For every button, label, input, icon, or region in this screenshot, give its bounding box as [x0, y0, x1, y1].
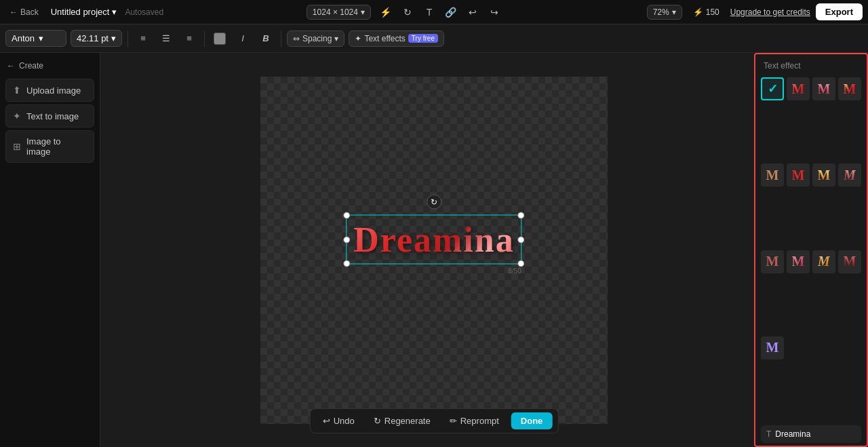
topbar: ← Back Untitled project ▾ Autosaved 1024… — [0, 0, 868, 24]
chevron-down-icon: ▾ — [361, 7, 365, 17]
upload-icon: ⬆ — [13, 85, 21, 96]
effect-item-8[interactable]: M — [761, 250, 784, 273]
canvas-size-selector[interactable]: 1024 × 1024 ▾ — [307, 5, 371, 20]
topbar-right: 72% ▾ ⚡ 150 Upgrade to get credits Expor… — [647, 3, 863, 20]
align-left-button[interactable]: ≡ — [134, 29, 153, 48]
effect-preview-10: M — [818, 254, 830, 269]
spacing-label: Spacing — [302, 34, 332, 43]
undo-button[interactable]: ↩ Undo — [316, 412, 361, 429]
topbar-center: 1024 × 1024 ▾ ⚡ ↻ T 🔗 ↩ ↪ — [169, 3, 642, 22]
spacing-button[interactable]: ⇔ Spacing ▾ — [287, 31, 344, 47]
upgrade-link[interactable]: Upgrade to get credits — [730, 7, 810, 17]
reprompt-button[interactable]: ✏ Reprompt — [443, 412, 506, 429]
font-selector[interactable]: Anton ▾ — [5, 30, 66, 47]
arrow-left-icon: ← — [7, 61, 15, 71]
reprompt-icon: ✏ — [450, 416, 457, 426]
credits-value: 150 — [706, 7, 719, 17]
color-picker-button[interactable] — [210, 29, 229, 48]
text-to-image-label: Text to image — [26, 111, 79, 121]
canvas-text-content[interactable]: Dreamina — [348, 217, 519, 263]
text-to-image-button[interactable]: ✦ Text to image — [5, 104, 94, 128]
image-to-image-icon: ⊞ — [13, 141, 21, 152]
chevron-down-icon: ▾ — [39, 33, 43, 43]
effect-item-6[interactable]: M — [812, 163, 835, 187]
project-name-text: Untitled project — [51, 7, 110, 17]
font-size-selector[interactable]: 42.11 pt ▾ — [71, 30, 122, 47]
effect-name-text: Dreamina — [775, 429, 810, 439]
project-name[interactable]: Untitled project ▾ — [47, 4, 121, 20]
chevron-down-icon: ▾ — [334, 34, 338, 43]
effect-item-3[interactable]: M — [838, 77, 861, 100]
bottom-action-bar: ↩ Undo ↻ Regenerate ✏ Reprompt Done — [310, 408, 559, 433]
rotate-icon: ↻ — [431, 197, 437, 207]
chevron-down-icon: ▾ — [112, 7, 117, 17]
zoom-value: 72% — [653, 7, 669, 17]
effect-item-11[interactable]: M — [838, 250, 861, 273]
chevron-down-icon: ▾ — [111, 33, 116, 43]
char-count: 8/50 — [508, 267, 521, 275]
regenerate-icon: ↻ — [374, 416, 381, 426]
ai-icon: ✦ — [355, 34, 361, 43]
export-button[interactable]: Export — [816, 3, 863, 20]
regenerate-label: Regenerate — [384, 416, 431, 426]
undo-icon: ↩ — [323, 416, 330, 426]
undo-icon[interactable]: ↩ — [463, 3, 482, 22]
refresh-icon[interactable]: ↻ — [398, 3, 417, 22]
checkmark-icon: ✓ — [768, 81, 778, 96]
effect-item-10[interactable]: M — [812, 250, 835, 273]
effect-item-2[interactable]: M — [812, 77, 835, 100]
regenerate-button[interactable]: ↻ Regenerate — [367, 412, 437, 429]
italic-button[interactable]: I — [233, 29, 252, 48]
font-size-value: 42.11 pt — [77, 33, 108, 43]
rotate-handle[interactable]: ↻ — [427, 195, 441, 210]
effect-item-5[interactable]: M — [787, 163, 810, 187]
reprompt-label: Reprompt — [460, 416, 499, 426]
image-to-image-button[interactable]: ⊞ Image to image — [5, 130, 94, 163]
effect-none[interactable]: ✓ — [761, 77, 784, 100]
main-area: ← Create ⬆ Upload image ✦ Text to image … — [0, 53, 868, 447]
back-button[interactable]: ← Back — [5, 5, 43, 20]
left-sidebar: ← Create ⬆ Upload image ✦ Text to image … — [0, 53, 100, 447]
redo-icon[interactable]: ↪ — [485, 3, 504, 22]
effect-item-4[interactable]: M — [761, 163, 784, 187]
text-layer-container[interactable]: ↻ Dreamina 8/50 — [346, 215, 521, 265]
text-icon[interactable]: T — [420, 3, 439, 22]
generate-tool-icon[interactable]: ⚡ — [376, 3, 395, 22]
upload-image-label: Upload image — [26, 85, 81, 96]
selection-box: Dreamina 8/50 — [346, 215, 521, 265]
effect-preview-8: M — [766, 254, 779, 269]
effect-item-9[interactable]: M — [787, 250, 810, 273]
topbar-tools: ⚡ ↻ T 🔗 ↩ ↪ — [376, 3, 504, 22]
effect-item-12[interactable]: M — [761, 336, 784, 359]
canvas-background: ↻ Dreamina 8/50 — [260, 77, 608, 424]
effect-name-row[interactable]: T Dreamina — [761, 425, 861, 443]
image-to-image-label: Image to image — [26, 136, 87, 157]
upload-image-button[interactable]: ⬆ Upload image — [5, 79, 94, 102]
zoom-selector[interactable]: 72% ▾ — [647, 5, 682, 20]
color-swatch — [214, 33, 226, 45]
separator — [127, 31, 128, 47]
align-right-button[interactable]: ≡ — [180, 29, 199, 48]
back-icon: ← — [9, 7, 18, 17]
autosaved-status: Autosaved — [125, 7, 163, 17]
bold-button[interactable]: B — [256, 29, 275, 48]
text-effects-label: Text effects — [364, 34, 405, 43]
canvas-area: ↻ Dreamina 8/50 ↩ Undo — [100, 53, 768, 447]
spacing-icon: ⇔ — [293, 34, 300, 43]
lightning-icon: ⚡ — [693, 7, 703, 17]
effect-preview-9: M — [792, 254, 805, 269]
create-label: Create — [19, 61, 43, 71]
font-name: Anton — [12, 33, 35, 43]
credits-button[interactable]: ⚡ 150 — [688, 5, 725, 19]
effect-item-7[interactable]: M — [838, 163, 861, 187]
done-button[interactable]: Done — [511, 412, 553, 429]
effect-item-1[interactable]: M — [787, 77, 810, 100]
chevron-down-icon: ▾ — [672, 7, 676, 17]
effect-preview-11: M — [844, 254, 856, 269]
right-wrapper: Layers History › M Dreamina Text effect … — [768, 53, 868, 447]
link-icon[interactable]: 🔗 — [441, 3, 460, 22]
text-effects-button[interactable]: ✦ Text effects Try free — [349, 31, 444, 47]
align-center-button[interactable]: ☰ — [157, 29, 176, 48]
sidebar-create-header: ← Create — [5, 58, 94, 76]
text-effect-header: Text effect — [755, 54, 867, 75]
